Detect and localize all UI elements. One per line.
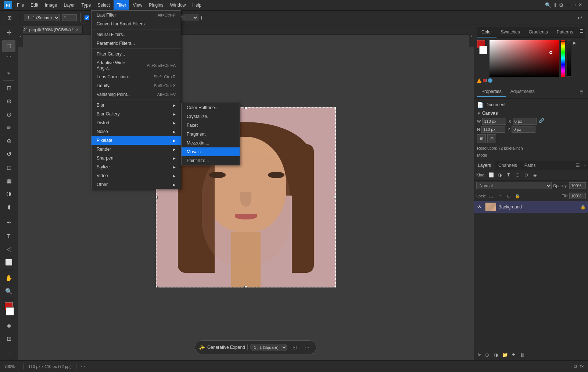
resize-icon[interactable]: ⊡ [290, 342, 300, 353]
eraser-tool[interactable]: ◻ [2, 161, 15, 174]
menu-other[interactable]: Other ▶ [92, 180, 181, 189]
filter-active-icon[interactable]: ◉ [531, 171, 539, 179]
filter-type-icon[interactable]: T [505, 171, 512, 179]
toolbar-crop-icon[interactable]: ⊞ [3, 11, 16, 24]
magic-wand-tool[interactable]: ⁎ [2, 66, 15, 79]
menu-video[interactable]: Video ▶ [92, 171, 181, 180]
menu-pixelate[interactable]: Pixelate ▶ [92, 136, 181, 145]
tab-adjustments[interactable]: Adjustments [506, 87, 539, 97]
crop-tool[interactable]: ⊡ [2, 82, 15, 94]
layer-adjustment-icon[interactable]: ◑ [492, 351, 500, 359]
tab-properties[interactable]: Properties [477, 87, 506, 97]
tab-swatches[interactable]: Swatches [496, 27, 524, 37]
menu-adaptive-wide[interactable]: Adaptive Wide Angle... Alt+Shift+Ctrl+A [92, 58, 181, 72]
brush-tool[interactable]: ✏ [2, 121, 15, 134]
menu-edit[interactable]: Edit [28, 0, 41, 10]
y-input[interactable] [512, 126, 535, 133]
fill-info-icon[interactable]: ℹ [201, 15, 202, 21]
menu-stylize[interactable]: Stylize ▶ [92, 162, 181, 171]
menu-select[interactable]: Select [94, 0, 112, 10]
more-options-icon[interactable]: ··· [302, 342, 312, 353]
selection-handle-bm[interactable] [244, 286, 247, 287]
menu-liquify[interactable]: Liquify... Shift+Ctrl+X [92, 81, 181, 90]
status-next-icon[interactable]: › [83, 364, 85, 368]
bg-color-box[interactable] [479, 46, 487, 54]
layer-delete-icon[interactable]: 🗑 [519, 351, 527, 359]
submenu-crystallize[interactable]: Crystallize... [182, 112, 240, 121]
pen-tool[interactable]: ✒ [2, 217, 15, 229]
layers-panel-add[interactable]: + [582, 161, 588, 170]
tab-color[interactable]: Color [477, 27, 496, 37]
hand-tool[interactable]: ✋ [2, 272, 15, 284]
expand-color-icon[interactable]: ▶ [573, 40, 577, 46]
fit-width-icon[interactable]: ⊞ [477, 134, 486, 143]
submenu-color-halftone[interactable]: Color Halftone... [182, 103, 240, 112]
delete-cropped-checkbox[interactable] [85, 15, 89, 20]
selection-handle-tm[interactable] [244, 107, 247, 109]
width-input[interactable] [482, 118, 506, 125]
fit-height-icon[interactable]: ⊟ [487, 134, 496, 143]
menu-type[interactable]: Type [78, 0, 94, 10]
menu-distort[interactable]: Distort ▶ [92, 118, 181, 127]
minimize-icon[interactable]: ─ [567, 2, 570, 8]
menu-file[interactable]: File [14, 0, 27, 10]
menu-layer[interactable]: Layer [61, 0, 78, 10]
menu-render[interactable]: Render ▶ [92, 145, 181, 154]
layer-mode-select[interactable]: Normal [476, 182, 552, 189]
filter-pixel-icon[interactable]: ⬜ [487, 171, 495, 179]
screen-mode-tool[interactable]: ⊞ [2, 332, 15, 345]
move-tool[interactable]: ✛ [2, 26, 15, 39]
panel-collapse-toggle[interactable]: ‹ [469, 25, 474, 47]
submenu-facet[interactable]: Facet [182, 121, 240, 130]
layer-visibility-icon[interactable]: 👁 [476, 204, 483, 210]
menu-parametric-filters[interactable]: Parametric Filters... [92, 39, 181, 48]
menu-smart-filters[interactable]: Convert for Smart Filters [92, 19, 181, 28]
blur-tool[interactable]: ◑ [2, 187, 15, 200]
path-select-tool[interactable]: ◁ [2, 243, 15, 255]
opacity-input[interactable]: 100% [569, 182, 586, 189]
alpha-slider[interactable] [567, 40, 571, 77]
tab-close-icon[interactable]: ✕ [76, 28, 79, 32]
menu-help[interactable]: Help [189, 0, 204, 10]
tab-layers[interactable]: Layers [474, 161, 495, 170]
shape-tool[interactable]: ⬜ [2, 256, 15, 269]
menu-sharpen[interactable]: Sharpen ▶ [92, 154, 181, 162]
settings-icon[interactable]: ⚙ [559, 2, 564, 8]
menu-plugins[interactable]: Plugins [146, 0, 166, 10]
ratio-select[interactable]: 1 : 1 (Square) [24, 14, 60, 21]
type-tool[interactable]: T [2, 230, 15, 242]
canvas-tab[interactable]: 321.png @ 700% (RGB/8#) * ✕ [18, 26, 83, 33]
link-dimensions-icon[interactable]: 🔗 [539, 118, 544, 125]
filter-shape-icon[interactable]: ⬡ [514, 171, 521, 179]
aspect-ratio-select[interactable]: 1 : 1 (Square) [250, 344, 287, 351]
canvas-collapse-icon[interactable]: ▼ [477, 111, 481, 115]
color-panel-menu-icon[interactable]: ☰ [578, 27, 585, 37]
eyedropper-tool[interactable]: ⊘ [2, 95, 15, 108]
menu-blur[interactable]: Blur ▶ [92, 101, 181, 110]
height-input[interactable] [481, 126, 505, 133]
menu-view[interactable]: View [130, 0, 145, 10]
layer-fx-button[interactable]: fx [476, 352, 483, 358]
lock-position-icon[interactable]: ✛ [496, 192, 503, 200]
menu-filter-gallery[interactable]: Filter Gallery... [92, 50, 181, 58]
properties-panel-menu[interactable]: ☰ [578, 88, 585, 96]
menu-lens-correction[interactable]: Lens Correction... Shift+Ctrl+R [92, 72, 181, 81]
background-color-swatch[interactable] [6, 307, 14, 315]
zoom-tool[interactable]: 🔍 [2, 285, 15, 297]
tab-gradients[interactable]: Gradients [524, 27, 552, 37]
extra-tools[interactable]: … [2, 346, 15, 359]
menu-last-filter[interactable]: Last Filter Alt+Ctrl+F [92, 11, 181, 19]
menu-blur-gallery[interactable]: Blur Gallery ▶ [92, 110, 181, 118]
clone-tool[interactable]: ⊕ [2, 135, 15, 147]
submenu-mosaic[interactable]: Mosaic... [182, 147, 240, 156]
tab-patterns[interactable]: Patterns [552, 27, 578, 37]
gradient-tool[interactable]: ▦ [2, 174, 15, 187]
tab-channels[interactable]: Channels [495, 161, 521, 170]
lock-pixels-icon[interactable]: ⬚ [487, 192, 495, 200]
menu-image[interactable]: Image [42, 0, 60, 10]
selection-handle-br[interactable] [334, 286, 336, 287]
menu-neural-filters[interactable]: Neural Filters... [92, 30, 181, 39]
filter-smart-icon[interactable]: ⊙ [523, 171, 530, 179]
generative-expand-button[interactable]: Generative Expand [207, 345, 245, 350]
out-of-gamut-icon[interactable] [488, 78, 492, 83]
